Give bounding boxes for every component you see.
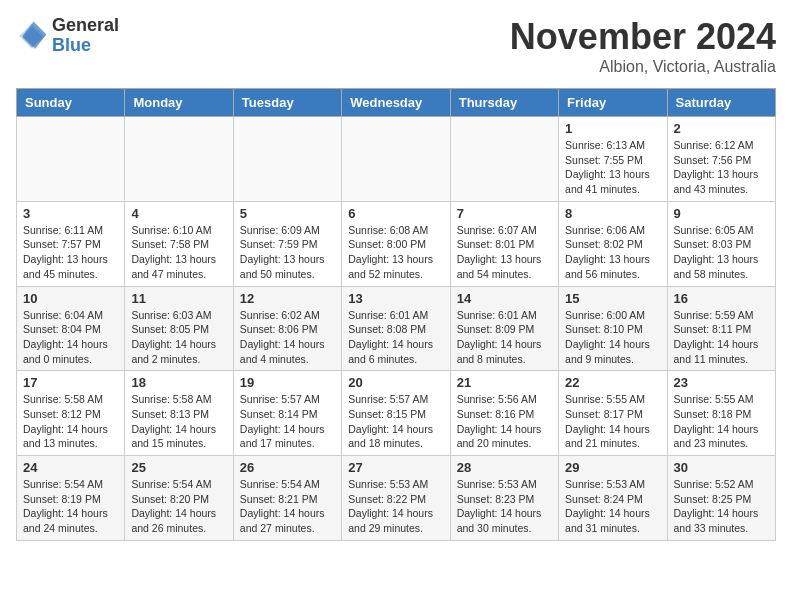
calendar-cell: 5Sunrise: 6:09 AMSunset: 7:59 PMDaylight… [233,201,341,286]
day-detail: Sunrise: 5:54 AMSunset: 8:19 PMDaylight:… [23,477,118,536]
day-detail: Sunrise: 5:53 AMSunset: 8:22 PMDaylight:… [348,477,443,536]
calendar-cell: 19Sunrise: 5:57 AMSunset: 8:14 PMDayligh… [233,371,341,456]
day-number: 28 [457,460,552,475]
col-header-monday: Monday [125,89,233,117]
day-number: 6 [348,206,443,221]
calendar-cell: 29Sunrise: 5:53 AMSunset: 8:24 PMDayligh… [559,456,667,541]
svg-marker-2 [22,21,46,48]
logo: General Blue [16,16,119,56]
day-detail: Sunrise: 5:59 AMSunset: 8:11 PMDaylight:… [674,308,769,367]
day-number: 26 [240,460,335,475]
day-detail: Sunrise: 6:07 AMSunset: 8:01 PMDaylight:… [457,223,552,282]
day-detail: Sunrise: 6:02 AMSunset: 8:06 PMDaylight:… [240,308,335,367]
calendar-cell: 23Sunrise: 5:55 AMSunset: 8:18 PMDayligh… [667,371,775,456]
calendar-week-4: 24Sunrise: 5:54 AMSunset: 8:19 PMDayligh… [17,456,776,541]
day-number: 20 [348,375,443,390]
day-number: 23 [674,375,769,390]
col-header-saturday: Saturday [667,89,775,117]
calendar-cell: 16Sunrise: 5:59 AMSunset: 8:11 PMDayligh… [667,286,775,371]
calendar-cell: 6Sunrise: 6:08 AMSunset: 8:00 PMDaylight… [342,201,450,286]
day-detail: Sunrise: 5:57 AMSunset: 8:14 PMDaylight:… [240,392,335,451]
calendar-cell: 20Sunrise: 5:57 AMSunset: 8:15 PMDayligh… [342,371,450,456]
day-number: 14 [457,291,552,306]
day-number: 5 [240,206,335,221]
calendar-cell [125,117,233,202]
calendar-cell: 26Sunrise: 5:54 AMSunset: 8:21 PMDayligh… [233,456,341,541]
calendar-cell: 11Sunrise: 6:03 AMSunset: 8:05 PMDayligh… [125,286,233,371]
calendar-cell [450,117,558,202]
day-detail: Sunrise: 6:11 AMSunset: 7:57 PMDaylight:… [23,223,118,282]
day-detail: Sunrise: 6:01 AMSunset: 8:08 PMDaylight:… [348,308,443,367]
calendar-week-0: 1Sunrise: 6:13 AMSunset: 7:55 PMDaylight… [17,117,776,202]
day-number: 25 [131,460,226,475]
day-number: 15 [565,291,660,306]
day-number: 13 [348,291,443,306]
calendar-cell: 10Sunrise: 6:04 AMSunset: 8:04 PMDayligh… [17,286,125,371]
day-number: 19 [240,375,335,390]
day-number: 22 [565,375,660,390]
day-detail: Sunrise: 6:08 AMSunset: 8:00 PMDaylight:… [348,223,443,282]
calendar-cell: 24Sunrise: 5:54 AMSunset: 8:19 PMDayligh… [17,456,125,541]
day-number: 29 [565,460,660,475]
col-header-wednesday: Wednesday [342,89,450,117]
day-detail: Sunrise: 5:57 AMSunset: 8:15 PMDaylight:… [348,392,443,451]
day-detail: Sunrise: 6:03 AMSunset: 8:05 PMDaylight:… [131,308,226,367]
logo-icon [16,20,48,52]
day-detail: Sunrise: 5:53 AMSunset: 8:23 PMDaylight:… [457,477,552,536]
day-number: 2 [674,121,769,136]
day-number: 10 [23,291,118,306]
calendar-cell: 17Sunrise: 5:58 AMSunset: 8:12 PMDayligh… [17,371,125,456]
calendar-header-row: SundayMondayTuesdayWednesdayThursdayFrid… [17,89,776,117]
calendar-week-1: 3Sunrise: 6:11 AMSunset: 7:57 PMDaylight… [17,201,776,286]
day-detail: Sunrise: 6:09 AMSunset: 7:59 PMDaylight:… [240,223,335,282]
day-detail: Sunrise: 5:58 AMSunset: 8:12 PMDaylight:… [23,392,118,451]
calendar-cell [342,117,450,202]
col-header-friday: Friday [559,89,667,117]
calendar-cell [233,117,341,202]
logo-general: General [52,16,119,36]
page-header: General Blue November 2024 Albion, Victo… [16,16,776,76]
day-number: 18 [131,375,226,390]
calendar-cell: 30Sunrise: 5:52 AMSunset: 8:25 PMDayligh… [667,456,775,541]
day-detail: Sunrise: 5:52 AMSunset: 8:25 PMDaylight:… [674,477,769,536]
location-title: Albion, Victoria, Australia [510,58,776,76]
month-title: November 2024 [510,16,776,58]
calendar-cell: 22Sunrise: 5:55 AMSunset: 8:17 PMDayligh… [559,371,667,456]
day-detail: Sunrise: 6:01 AMSunset: 8:09 PMDaylight:… [457,308,552,367]
calendar-cell: 25Sunrise: 5:54 AMSunset: 8:20 PMDayligh… [125,456,233,541]
day-detail: Sunrise: 5:55 AMSunset: 8:17 PMDaylight:… [565,392,660,451]
day-detail: Sunrise: 5:56 AMSunset: 8:16 PMDaylight:… [457,392,552,451]
calendar-cell: 15Sunrise: 6:00 AMSunset: 8:10 PMDayligh… [559,286,667,371]
day-number: 11 [131,291,226,306]
calendar-cell: 3Sunrise: 6:11 AMSunset: 7:57 PMDaylight… [17,201,125,286]
day-number: 24 [23,460,118,475]
day-detail: Sunrise: 5:53 AMSunset: 8:24 PMDaylight:… [565,477,660,536]
day-number: 3 [23,206,118,221]
day-number: 30 [674,460,769,475]
calendar-cell: 7Sunrise: 6:07 AMSunset: 8:01 PMDaylight… [450,201,558,286]
day-number: 8 [565,206,660,221]
day-number: 21 [457,375,552,390]
calendar-cell: 21Sunrise: 5:56 AMSunset: 8:16 PMDayligh… [450,371,558,456]
day-number: 12 [240,291,335,306]
day-detail: Sunrise: 5:54 AMSunset: 8:21 PMDaylight:… [240,477,335,536]
calendar-cell: 12Sunrise: 6:02 AMSunset: 8:06 PMDayligh… [233,286,341,371]
day-detail: Sunrise: 6:04 AMSunset: 8:04 PMDaylight:… [23,308,118,367]
title-area: November 2024 Albion, Victoria, Australi… [510,16,776,76]
day-detail: Sunrise: 6:05 AMSunset: 8:03 PMDaylight:… [674,223,769,282]
day-number: 27 [348,460,443,475]
calendar-week-3: 17Sunrise: 5:58 AMSunset: 8:12 PMDayligh… [17,371,776,456]
calendar-cell: 2Sunrise: 6:12 AMSunset: 7:56 PMDaylight… [667,117,775,202]
day-number: 4 [131,206,226,221]
day-number: 16 [674,291,769,306]
logo-text: General Blue [52,16,119,56]
col-header-thursday: Thursday [450,89,558,117]
day-detail: Sunrise: 6:13 AMSunset: 7:55 PMDaylight:… [565,138,660,197]
calendar-week-2: 10Sunrise: 6:04 AMSunset: 8:04 PMDayligh… [17,286,776,371]
calendar-cell: 8Sunrise: 6:06 AMSunset: 8:02 PMDaylight… [559,201,667,286]
calendar-table: SundayMondayTuesdayWednesdayThursdayFrid… [16,88,776,541]
calendar-cell: 1Sunrise: 6:13 AMSunset: 7:55 PMDaylight… [559,117,667,202]
day-number: 7 [457,206,552,221]
logo-blue: Blue [52,36,119,56]
calendar-cell: 28Sunrise: 5:53 AMSunset: 8:23 PMDayligh… [450,456,558,541]
